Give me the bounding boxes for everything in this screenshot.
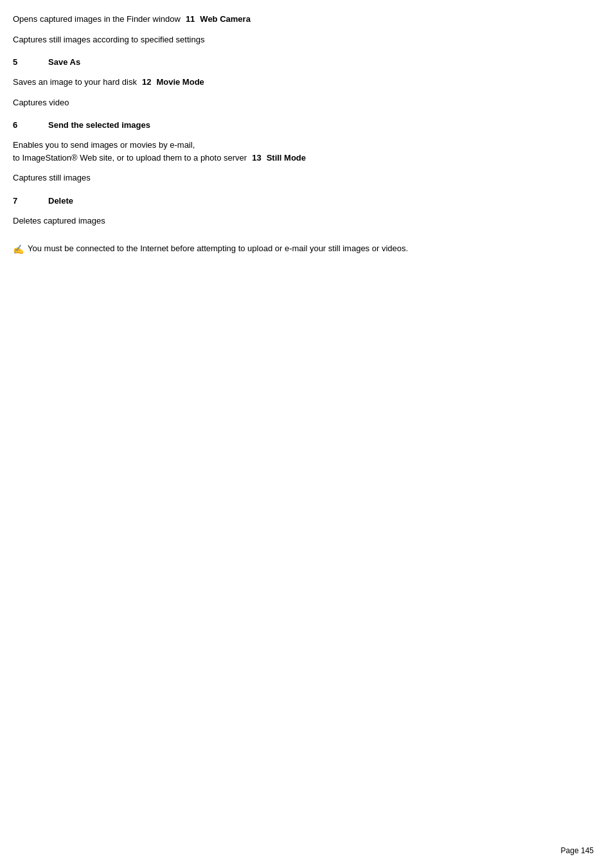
section-11-desc: Captures still images according to speci… xyxy=(13,33,594,46)
note-text: You must be connected to the Internet be… xyxy=(28,242,408,255)
section-5-heading: Save As xyxy=(48,57,80,67)
section-6-description2: Captures still images xyxy=(13,173,91,182)
section-5-description: Captures video xyxy=(13,98,69,107)
section-12-title: Movie Mode xyxy=(156,76,204,89)
section-7-num: 7 xyxy=(13,196,48,206)
section-6-heading-row: 6 Send the selected images xyxy=(13,120,594,130)
section-13-line1: Enables you to send images or movies by … xyxy=(13,139,195,152)
section-13-num: 13 xyxy=(252,152,261,164)
section-5-num: 5 xyxy=(13,57,48,67)
section-5-desc: Captures video xyxy=(13,96,594,109)
section-11-description: Captures still images according to speci… xyxy=(13,35,204,44)
note-line: ✍ You must be connected to the Internet … xyxy=(13,242,594,256)
section-11-entry: Opens captured images in the Finder wind… xyxy=(13,13,594,26)
section-13-title: Still Mode xyxy=(267,152,306,164)
page-number: Page 145 xyxy=(561,846,594,855)
section-7-heading-row: 7 Delete xyxy=(13,196,594,206)
section-13-entry: Enables you to send images or movies by … xyxy=(13,139,594,164)
section-7-heading: Delete xyxy=(48,196,73,206)
section-11-prefix: Opens captured images in the Finder wind… xyxy=(13,13,181,26)
section-12-prefix: Saves an image to your hard disk xyxy=(13,76,137,89)
section-6-num: 6 xyxy=(13,120,48,130)
section-7-desc: Deletes captured images xyxy=(13,215,594,227)
page-content: Opens captured images in the Finder wind… xyxy=(0,0,613,295)
section-12-entry: Saves an image to your hard disk 12 Movi… xyxy=(13,76,594,89)
section-5-heading-row: 5 Save As xyxy=(13,57,594,67)
note-icon: ✍ xyxy=(13,243,24,256)
section-12-num: 12 xyxy=(142,76,151,89)
section-13-line2: to ImageStation® Web site, or to upload … xyxy=(13,152,247,164)
section-7-description: Deletes captured images xyxy=(13,216,105,226)
section-6-desc2: Captures still images xyxy=(13,172,594,184)
section-11-num: 11 xyxy=(186,13,195,26)
section-6-heading: Send the selected images xyxy=(48,120,150,130)
section-11-title: Web Camera xyxy=(200,13,251,26)
